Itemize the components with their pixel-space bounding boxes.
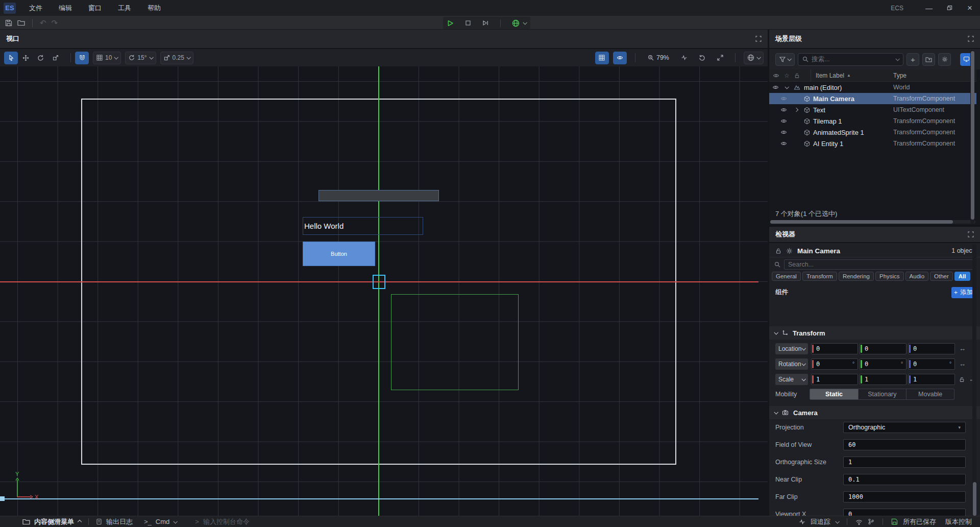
star-column-icon[interactable]: ☆ [784,72,790,79]
reset-values-icon[interactable]: ↔ [959,360,966,368]
orthographic-size-field[interactable]: 1 [843,457,966,468]
camera-section-header[interactable]: Camera [769,406,980,419]
maximize-button[interactable] [939,0,960,16]
rotation-x-field[interactable]: 0° [811,358,858,370]
new-folder-button[interactable] [922,53,935,66]
zoom-level[interactable]: 79% [644,54,673,61]
step-forward-icon[interactable] [482,20,489,26]
location-y-field[interactable]: 0 [860,343,906,354]
scale-y-field[interactable]: 1 [860,374,906,385]
tab-other[interactable]: Other [930,272,953,281]
move-tool-button[interactable] [19,52,33,64]
scale-tool-button[interactable] [48,52,62,64]
lock-icon[interactable] [775,248,781,254]
eye-icon[interactable] [780,140,787,147]
inspector-vscrollbar[interactable] [972,245,976,517]
grid-snap-dropdown[interactable]: 10 [93,52,121,64]
expand-chevron-icon[interactable] [785,85,789,89]
rotation-z-field[interactable]: 0° [908,358,955,370]
eye-icon[interactable] [780,129,787,135]
snap-tool-button[interactable] [75,52,89,64]
inspector-search-input[interactable] [788,261,971,268]
menu-edit[interactable]: 编辑 [53,2,78,15]
eye-column-icon[interactable] [773,73,779,79]
scale-mode-dropdown[interactable]: Scale [775,374,808,385]
menu-window[interactable]: 窗口 [82,2,108,15]
tab-audio[interactable]: Audio [905,272,928,281]
eye-icon[interactable] [780,107,787,113]
launch-mode-dropdown[interactable] [512,19,526,27]
menu-tools[interactable]: 工具 [112,2,137,15]
stop-icon[interactable] [465,20,471,26]
filter-dropdown[interactable] [775,53,795,66]
scrollbar-thumb[interactable] [770,220,953,224]
field-of-view-field[interactable]: 60 [843,439,966,450]
scale-snap-dropdown[interactable]: 0.25 [160,52,193,64]
expand-chevron-icon[interactable] [794,108,798,112]
mobility-static[interactable]: Static [810,389,858,399]
tree-row-text[interactable]: Text UITextComponent [769,104,976,115]
stats-button[interactable] [677,52,691,64]
tree-row-animatedsprite[interactable]: AnimatedSprite 1 TransformComponent [769,127,976,138]
minimize-button[interactable]: — [919,0,939,16]
mobility-stationary[interactable]: Stationary [859,389,906,399]
reset-values-icon[interactable]: ↔ [959,345,966,352]
hierarchy-search-input[interactable] [812,56,893,63]
guide-handle[interactable] [0,496,5,501]
lock-column-icon[interactable] [794,73,800,79]
scrollbar-thumb[interactable] [971,51,974,220]
scene-canvas[interactable]: Hello World Button Y X [0,66,768,516]
branch-icon[interactable] [868,518,874,525]
selection-gizmo[interactable] [373,275,385,289]
tree-row-world[interactable]: main (Editor) World [769,82,976,93]
far-clip-field[interactable]: 1000 [843,491,966,502]
expand-panel-icon[interactable] [968,36,974,42]
location-x-field[interactable]: 0 [811,343,858,354]
version-control-button[interactable]: 版本控制 [945,517,972,526]
expand-panel-icon[interactable] [755,36,762,42]
reset-view-button[interactable] [695,52,709,64]
tab-general[interactable]: General [772,272,801,281]
menu-file[interactable]: 文件 [23,2,48,15]
eye-icon[interactable] [780,118,787,124]
tab-all[interactable]: All [954,272,970,281]
projection-dropdown[interactable]: Orthographic▾ [843,422,966,433]
tab-rendering[interactable]: Rendering [839,272,874,281]
tree-row-ai-entity[interactable]: AI Entity 1 TransformComponent [769,138,976,149]
add-component-button[interactable]: ＋添加 [951,287,974,298]
near-clip-field[interactable]: 0.1 [843,474,966,485]
gear-icon[interactable] [786,248,793,254]
tree-row-main-camera[interactable]: Main Camera TransformComponent [769,93,976,104]
console-input-placeholder[interactable]: 输入控制台命令 [203,517,250,526]
uniform-scale-lock-icon[interactable] [959,376,965,382]
text-object[interactable]: Hello World [303,217,423,235]
tab-transform[interactable]: Transform [802,272,837,281]
location-z-field[interactable]: 0 [908,343,955,354]
scale-x-field[interactable]: 1 [811,374,858,385]
location-mode-dropdown[interactable]: Location [775,343,808,354]
tree-row-tilemap[interactable]: Tilemap 1 TransformComponent [769,115,976,127]
sprite-object[interactable] [318,190,439,201]
scale-z-field[interactable]: 1 [908,374,955,385]
button-object[interactable]: Button [303,242,375,266]
rotation-mode-dropdown[interactable]: Rotation [775,358,808,370]
world-view-dropdown[interactable] [744,52,764,64]
rotate-tool-button[interactable] [34,52,47,64]
eye-icon[interactable] [780,95,787,102]
hierarchy-search[interactable] [798,53,903,66]
column-type[interactable]: Type [893,72,906,79]
visibility-button[interactable] [613,52,627,64]
save-icon[interactable] [5,19,12,27]
rotation-y-field[interactable]: 0° [860,358,906,370]
play-icon[interactable] [447,20,454,27]
app-logo[interactable]: ES [4,3,16,14]
transform-section-header[interactable]: Transform [769,326,980,340]
hierarchy-settings-button[interactable] [938,53,951,66]
cmd-dropdown[interactable]: Cmd [156,518,169,525]
redo-icon[interactable]: ↷ [52,18,58,28]
scrollbar-thumb[interactable] [973,482,976,516]
tab-physics[interactable]: Physics [875,272,904,281]
expand-panel-icon[interactable] [968,231,974,237]
hierarchy-vscrollbar[interactable] [970,50,974,224]
rotation-snap-dropdown[interactable]: 15° [125,52,156,64]
